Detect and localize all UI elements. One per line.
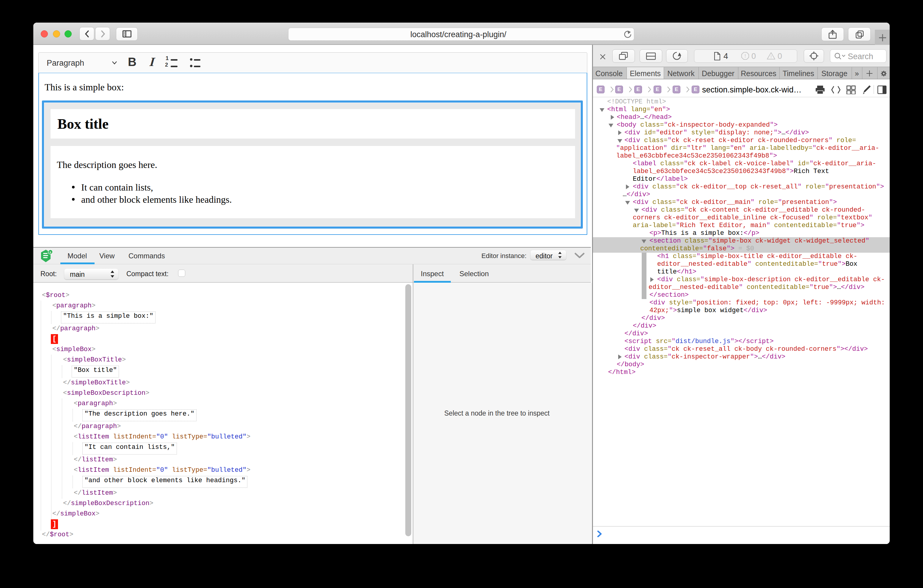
svg-text:!: !	[770, 54, 772, 59]
svg-text:!: !	[745, 53, 746, 59]
svg-text:5: 5	[50, 251, 51, 254]
